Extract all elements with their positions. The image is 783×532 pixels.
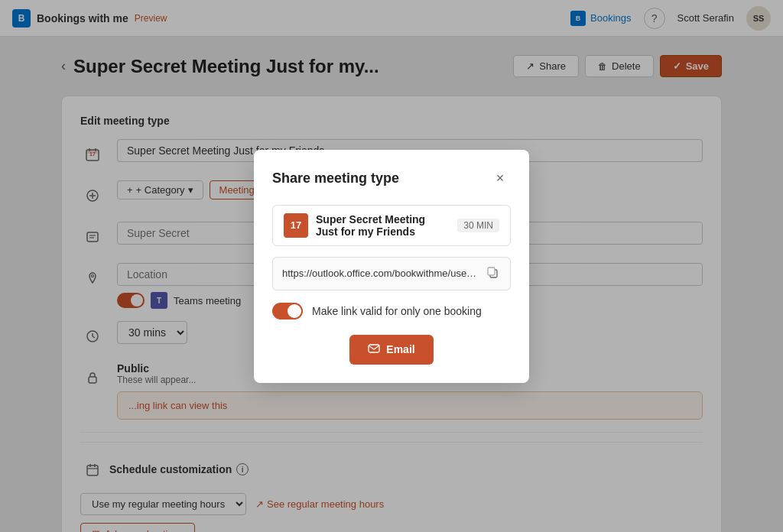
meeting-card: 17 Super Secret Meeting Just for my Frie… [272, 205, 511, 246]
modal-meeting-duration: 30 MIN [457, 219, 499, 232]
meeting-card-icon: 17 [284, 213, 308, 238]
svg-rect-24 [369, 345, 379, 352]
email-label: Email [386, 343, 414, 355]
link-url: https://outlook.office.com/bookwithme/us… [282, 268, 478, 279]
email-icon [368, 342, 380, 357]
modal-title: Share meeting type [272, 170, 399, 187]
copy-icon[interactable] [484, 264, 501, 284]
modal-meeting-name: Super Secret Meeting Just for my Friends [316, 213, 450, 238]
meeting-date-num: 17 [291, 219, 301, 231]
modal-overlay[interactable]: Share meeting type × 17 Super Secret Mee… [0, 0, 783, 532]
link-row: https://outlook.office.com/bookwithme/us… [272, 257, 511, 290]
toggle-row: Make link valid for only one booking [272, 303, 511, 320]
modal-header: Share meeting type × [272, 168, 511, 190]
toggle-label: Make link valid for only one booking [312, 305, 482, 317]
modal-close-button[interactable]: × [489, 168, 511, 190]
svg-rect-23 [488, 268, 495, 275]
share-modal: Share meeting type × 17 Super Secret Mee… [254, 150, 529, 383]
one-booking-toggle[interactable] [272, 303, 303, 320]
email-button[interactable]: Email [349, 335, 433, 365]
